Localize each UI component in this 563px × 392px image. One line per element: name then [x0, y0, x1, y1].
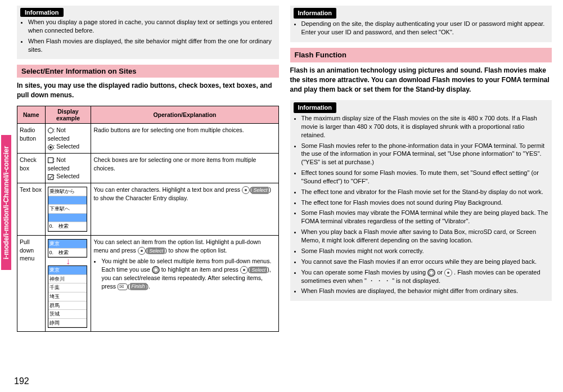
cell-operation: You can select an item from the option l… — [91, 236, 278, 332]
info-item: When you display a page stored in cache,… — [28, 18, 276, 35]
check-selected-icon — [48, 174, 53, 180]
info-box-flash: Information The maximum display size of … — [290, 100, 552, 301]
cell-operation: Radio buttons are for selecting one from… — [91, 123, 278, 153]
cell-name: Text box — [17, 183, 46, 236]
info-item-text: Depending on the site, the display authe… — [301, 20, 545, 27]
example-line: 群馬 — [48, 301, 87, 310]
info-item: When Flash movies are displayed, the sit… — [28, 37, 276, 54]
softkey-select: Select — [251, 187, 269, 194]
note10a: You can operate some Flash movies by usi… — [301, 269, 428, 276]
pull-bullet-a2: to highlight an item and press — [161, 266, 240, 273]
info-item: The effect tone for Flash movies does no… — [301, 199, 549, 207]
pull-bullet-a4: ). — [147, 283, 150, 290]
example-line: 東京 — [48, 266, 87, 275]
info-box-cache: Information When you display a page stor… — [17, 6, 279, 59]
radio-selected-label: : Selected — [53, 143, 80, 150]
mail-key-icon — [118, 283, 128, 290]
example-line: 茨城 — [48, 310, 87, 319]
multi-key-icon — [427, 269, 435, 277]
info-header: Information — [294, 8, 337, 19]
info-item: The maximum display size of the Flash mo… — [301, 114, 549, 139]
info-item: You can operate some Flash movies by usi… — [301, 268, 549, 285]
check-selected-label: : Selected — [53, 173, 80, 179]
left-column: Information When you display a page stor… — [17, 6, 279, 332]
right-column: Information Depending on the site, the d… — [290, 6, 552, 332]
info-item: Some Flash movies may vibrate the FOMA t… — [301, 209, 549, 226]
center-key-icon — [444, 269, 452, 277]
table-row: Radio button : Not selected : Selected R… — [17, 123, 279, 153]
example-line: 0. 検索 — [48, 249, 87, 258]
info-item: The effect tone and vibrator for the Fla… — [301, 188, 549, 196]
radio-selected-icon — [48, 145, 53, 150]
info-item: You cannot save the Flash movies if an e… — [301, 258, 549, 266]
example-line: 千葉 — [48, 283, 87, 292]
th-name: Name — [17, 106, 46, 123]
pulldown-example-top: 東京 0. 検索 — [48, 239, 87, 258]
softkey-finish: Finish — [130, 283, 147, 290]
info-item: Depending on the site, the display authe… — [301, 20, 549, 37]
section-header-select-enter: Select/Enter Information on Sites — [17, 65, 279, 78]
example-line — [48, 214, 87, 223]
textbox-op-a: You can enter characters. Highlight a te… — [93, 186, 241, 193]
pulldown-example-list: 東京 神奈川 千葉 埼玉 群馬 茨城 静岡 — [48, 265, 87, 328]
info-box-auth: Information Depending on the site, the d… — [290, 6, 552, 42]
th-operation: Operation/Explanation — [91, 106, 278, 123]
cell-display: 乗換駅から 下車駅へ 0. 検索 — [45, 183, 91, 236]
info-item: Some Flash movies might not work correct… — [301, 247, 549, 255]
table-row: Check box : Not selected : Selected Chec… — [17, 154, 279, 183]
info-header: Information — [294, 102, 337, 113]
example-line — [48, 196, 87, 205]
example-line: 乗換駅から — [48, 187, 87, 196]
example-line: 神奈川 — [48, 275, 87, 284]
info-item-text: Enter your user ID and password, and the… — [301, 29, 454, 35]
cell-name: Radio button — [17, 123, 46, 153]
center-key-icon — [240, 266, 248, 274]
cell-name: Check box — [17, 154, 46, 183]
cell-name: Pull down menu — [17, 236, 46, 332]
note10d: " is not displayed. — [392, 277, 440, 284]
cell-display: : Not selected : Selected — [45, 154, 91, 183]
cell-operation: You can enter characters. Highlight a te… — [91, 183, 278, 236]
softkey-select: Select — [250, 267, 267, 274]
check-unselected-icon — [48, 157, 53, 163]
page-columns: Information When you display a page stor… — [0, 0, 563, 332]
cell-display: : Not selected : Selected — [45, 123, 91, 153]
side-tab: i-mode/i-motion/i-Channel/i-concier — [1, 135, 11, 270]
multi-key-icon — [152, 266, 160, 274]
example-line: 東京 — [48, 240, 87, 249]
info-item: When Flash movies are displayed, the beh… — [301, 287, 549, 295]
table-row: Pull down menu 東京 0. 検索 ↓ 東京 神奈川 千葉 埼玉 群… — [17, 236, 279, 332]
section-header-flash: Flash Function — [290, 48, 552, 62]
cell-display: 東京 0. 検索 ↓ 東京 神奈川 千葉 埼玉 群馬 茨城 静岡 — [45, 236, 91, 332]
page-number: 192 — [14, 376, 29, 386]
note10b: or — [437, 269, 444, 276]
info-header: Information — [20, 8, 64, 17]
center-key-icon — [242, 186, 250, 194]
pull-bullet: You might be able to select multiple ite… — [101, 257, 276, 290]
example-line: 静岡 — [48, 319, 87, 328]
textbox-example: 乗換駅から 下車駅へ 0. 検索 — [48, 187, 87, 232]
cell-operation: Check boxes are for selecting one or mor… — [91, 154, 278, 183]
center-key-icon — [138, 247, 146, 255]
radio-unselected-icon — [48, 128, 53, 133]
info-item: Some Flash movies refer to the phone-inf… — [301, 142, 549, 167]
example-line: 埼玉 — [48, 292, 87, 301]
arrow-down-icon: ↓ — [48, 259, 89, 264]
table-row: Text box 乗換駅から 下車駅へ 0. 検索 You can enter … — [17, 183, 279, 236]
info-item: Effect tones sound for some Flash movies… — [301, 169, 549, 186]
flash-body: Flash is an animation technology using p… — [290, 66, 552, 94]
controls-table: Name Display example Operation/Explanati… — [17, 106, 279, 332]
intro-text: In sites, you may use the displayed radi… — [17, 81, 279, 100]
example-line: 0. 検索 — [48, 222, 87, 231]
cursor-indicator: ・ ・ ・ — [368, 277, 390, 284]
th-display: Display example — [45, 106, 91, 123]
pull-op-b: ) to show the option list. — [165, 247, 227, 254]
info-item: When you play back a Flash movie after s… — [301, 228, 549, 245]
softkey-select: Select — [147, 247, 165, 255]
example-line: 下車駅へ — [48, 205, 87, 214]
